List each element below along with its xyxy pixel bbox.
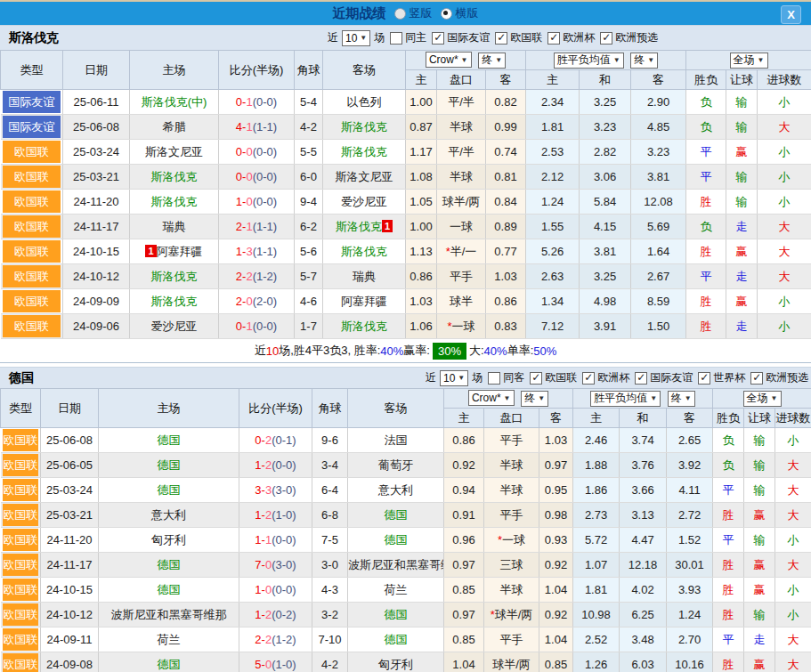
away-odds: 0.83 <box>486 314 526 339</box>
match-score: 1-1(0-0) <box>239 528 312 553</box>
handicap-result-cell: 输 <box>726 115 758 140</box>
competition-checkbox[interactable]: ✓ <box>600 32 612 45</box>
same-venue-checkbox[interactable] <box>390 32 402 45</box>
home-team-cell: 荷兰 <box>99 627 239 652</box>
mean-lose-odds: 2.70 <box>667 627 713 652</box>
scope-group-header: 全场▼ <box>713 389 811 409</box>
goals-result-cell: 小 <box>775 578 811 603</box>
match-count-select[interactable]: 10▼ <box>342 30 370 46</box>
home-team-name: 荷兰 <box>158 633 181 646</box>
match-type-badge: 欧国联 <box>3 429 39 451</box>
home-team-cell: 斯洛文尼亚 <box>130 140 219 165</box>
match-type-badge: 欧国联 <box>3 529 39 551</box>
competition-checkbox[interactable]: ✓ <box>750 372 763 385</box>
mean-draw-odds: 3.25 <box>580 264 631 289</box>
odds-final-select[interactable]: 终▼ <box>478 53 506 69</box>
mean-win-odds: 1.24 <box>526 190 580 215</box>
match-date: 25-03-24 <box>63 140 130 165</box>
away-team-name: 意大利 <box>378 483 413 497</box>
home-odds: 1.05 <box>406 190 437 215</box>
chevron-down-icon: ▼ <box>461 56 468 64</box>
scope-select[interactable]: 全场▼ <box>730 53 768 69</box>
away-team-cell: 斯洛伐克 <box>323 239 406 264</box>
matches-table-germany: 类型 日期 主场 比分(半场) 角球 客场 Crow*▼ 终▼ 胜平负均值▼ 终… <box>0 388 811 672</box>
competition-label: 欧国联 <box>510 30 542 45</box>
odds-source-select[interactable]: Crow*▼ <box>468 390 515 406</box>
mean-draw-odds: 3.25 <box>580 90 631 115</box>
away-team-cell: 葡萄牙 <box>348 453 444 478</box>
horizontal-layout-label[interactable]: 横版 <box>456 5 479 21</box>
mean-final-select[interactable]: 终▼ <box>630 53 658 69</box>
filter-games-label: 场 <box>472 370 483 385</box>
mean-draw-odds: 3.48 <box>620 627 667 652</box>
away-odds: 0.82 <box>486 90 526 115</box>
note-badge: 1 <box>382 220 393 232</box>
handicap-result-cell: 走 <box>726 264 758 289</box>
home-team-cell: 意大利 <box>99 503 239 528</box>
odds-source-select[interactable]: Crow*▼ <box>426 52 472 68</box>
horizontal-layout-radio[interactable] <box>441 8 452 20</box>
competition-checkbox[interactable]: ✓ <box>582 372 595 385</box>
home-team-name: 德国 <box>158 658 181 671</box>
col-away: 客场 <box>348 389 444 428</box>
away-odds: 0.99 <box>486 115 526 140</box>
mean-final-select[interactable]: 终▼ <box>668 391 695 407</box>
handicap-result-cell: 赢 <box>744 553 775 578</box>
match-type-badge: 欧国联 <box>3 554 39 576</box>
vertical-layout-radio[interactable] <box>394 8 406 20</box>
home-odds: 1.00 <box>406 215 437 239</box>
goals-result-cell: 大 <box>758 264 811 289</box>
mean-win-odds: 2.63 <box>526 264 580 289</box>
match-date: 24-09-08 <box>41 652 99 672</box>
mean-win-odds: 7.12 <box>526 314 580 339</box>
goals-result-cell: 大 <box>775 652 811 672</box>
result-cell: 胜 <box>686 289 726 314</box>
handicap-result-cell: 输 <box>744 453 775 478</box>
table-row: 欧国联24-09-11荷兰2-2(1-2)7-10德国0.85平手1.042.5… <box>1 627 811 652</box>
result-cell: 平 <box>686 264 726 289</box>
handicap-result-cell: 走 <box>744 627 775 652</box>
scope-select[interactable]: 全场▼ <box>743 391 782 407</box>
mean-win-odds: 2.46 <box>573 428 620 453</box>
match-type-badge: 欧国联 <box>3 215 61 238</box>
match-type-badge: 欧国联 <box>3 265 61 287</box>
vertical-layout-label[interactable]: 竖版 <box>410 5 433 21</box>
summary-part: 40% <box>484 344 507 358</box>
summary-part: 大: <box>469 343 484 359</box>
away-team-name: 斯洛文尼亚 <box>336 170 393 183</box>
competition-checkbox[interactable]: ✓ <box>547 32 560 45</box>
odds-group-header: Crow*▼ 终▼ <box>406 51 526 70</box>
close-icon[interactable]: X <box>781 5 801 24</box>
mean-lose-odds: 5.69 <box>631 215 686 239</box>
away-team-name: 德国 <box>385 608 408 621</box>
match-type-badge: 欧国联 <box>3 141 61 163</box>
home-team-cell: 德国 <box>99 453 239 478</box>
mean-select[interactable]: 胜平负均值▼ <box>554 53 624 69</box>
home-team-name: 斯洛伐克 <box>151 170 198 183</box>
odds-final-select[interactable]: 终▼ <box>521 391 548 407</box>
competition-checkbox[interactable]: ✓ <box>432 32 444 45</box>
home-odds: 1.06 <box>406 314 437 339</box>
match-date: 24-11-17 <box>41 553 99 578</box>
away-team-name: 以色列 <box>347 95 382 109</box>
home-odds: 0.85 <box>444 578 484 603</box>
table-row: 欧国联24-09-08德国5-0(1-0)4-2匈牙利1.04球半/两0.851… <box>1 652 811 672</box>
away-odds: 0.97 <box>539 453 573 478</box>
away-odds: 0.89 <box>486 215 526 239</box>
home-odds: 0.97 <box>444 603 484 627</box>
mean-select[interactable]: 胜平负均值▼ <box>590 391 661 407</box>
competition-checkbox[interactable]: ✓ <box>495 32 507 45</box>
match-score: 0-1(0-0) <box>219 90 295 115</box>
home-odds: 0.96 <box>444 528 484 553</box>
competition-checkbox[interactable]: ✓ <box>698 372 710 385</box>
sub-col-mean-draw: 和 <box>620 409 667 428</box>
scope-group-header: 全场▼ <box>686 51 811 70</box>
away-odds: 0.81 <box>486 165 526 190</box>
home-team-cell: 希腊 <box>130 115 219 140</box>
competition-checkbox[interactable]: ✓ <box>635 372 647 385</box>
col-type: 类型 <box>1 389 41 428</box>
match-count-select[interactable]: 10▼ <box>440 370 468 386</box>
mean-lose-odds: 10.16 <box>667 652 713 672</box>
same-venue-checkbox[interactable] <box>488 372 500 385</box>
competition-checkbox[interactable]: ✓ <box>530 372 542 385</box>
